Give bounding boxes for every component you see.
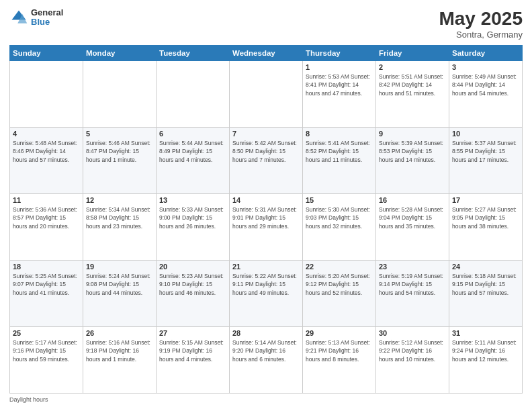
calendar-cell-w2-d6: 10Sunrise: 5:37 AM Sunset: 8:55 PM Dayli…	[449, 128, 523, 194]
day-number: 4	[13, 130, 80, 138]
day-info: Sunrise: 5:23 AM Sunset: 9:10 PM Dayligh…	[159, 272, 226, 297]
calendar-cell-w5-d6: 31Sunrise: 5:11 AM Sunset: 9:24 PM Dayli…	[449, 327, 523, 394]
calendar-cell-w3-d5: 16Sunrise: 5:28 AM Sunset: 9:04 PM Dayli…	[376, 194, 449, 261]
col-thursday: Thursday	[303, 46, 376, 61]
calendar-cell-w5-d4: 29Sunrise: 5:13 AM Sunset: 9:21 PM Dayli…	[303, 327, 376, 394]
calendar-cell-w2-d4: 8Sunrise: 5:41 AM Sunset: 8:52 PM Daylig…	[303, 128, 376, 194]
col-wednesday: Wednesday	[230, 46, 303, 61]
logo: General Blue	[9, 8, 63, 28]
logo-icon	[9, 8, 28, 27]
title-location: Sontra, Germany	[439, 30, 523, 40]
calendar-week-1: 1Sunrise: 5:53 AM Sunset: 8:41 PM Daylig…	[10, 61, 523, 128]
calendar-header-row: Sunday Monday Tuesday Wednesday Thursday…	[10, 46, 523, 61]
calendar-cell-w5-d2: 27Sunrise: 5:15 AM Sunset: 9:19 PM Dayli…	[157, 327, 230, 394]
calendar-week-5: 25Sunrise: 5:17 AM Sunset: 9:16 PM Dayli…	[10, 327, 523, 394]
calendar-cell-w2-d2: 6Sunrise: 5:44 AM Sunset: 8:49 PM Daylig…	[157, 128, 230, 194]
calendar-cell-w1-d3	[230, 61, 303, 128]
calendar-cell-w2-d0: 4Sunrise: 5:48 AM Sunset: 8:46 PM Daylig…	[10, 128, 83, 194]
day-number: 15	[306, 196, 373, 204]
day-info: Sunrise: 5:53 AM Sunset: 8:41 PM Dayligh…	[306, 73, 373, 97]
day-number: 31	[452, 329, 519, 337]
day-number: 24	[452, 263, 519, 271]
calendar-cell-w3-d0: 11Sunrise: 5:36 AM Sunset: 8:57 PM Dayli…	[10, 194, 83, 261]
day-number: 2	[379, 63, 446, 71]
day-info: Sunrise: 5:27 AM Sunset: 9:05 PM Dayligh…	[452, 205, 519, 230]
day-number: 10	[452, 130, 519, 138]
calendar-cell-w2-d5: 9Sunrise: 5:39 AM Sunset: 8:53 PM Daylig…	[376, 128, 449, 194]
day-info: Sunrise: 5:37 AM Sunset: 8:55 PM Dayligh…	[452, 139, 519, 164]
day-number: 28	[232, 329, 300, 337]
calendar-week-2: 4Sunrise: 5:48 AM Sunset: 8:46 PM Daylig…	[10, 128, 523, 194]
day-number: 5	[86, 130, 153, 138]
day-info: Sunrise: 5:51 AM Sunset: 8:42 PM Dayligh…	[379, 73, 446, 97]
day-number: 13	[159, 196, 226, 204]
day-info: Sunrise: 5:16 AM Sunset: 9:18 PM Dayligh…	[86, 338, 153, 363]
title-block: May 2025 Sontra, Germany	[439, 8, 523, 40]
header: General Blue May 2025 Sontra, Germany	[9, 8, 523, 40]
day-info: Sunrise: 5:33 AM Sunset: 9:00 PM Dayligh…	[159, 205, 226, 230]
logo-blue-text: Blue	[31, 17, 63, 27]
calendar-cell-w5-d0: 25Sunrise: 5:17 AM Sunset: 9:16 PM Dayli…	[10, 327, 83, 394]
col-monday: Monday	[83, 46, 157, 61]
day-info: Sunrise: 5:30 AM Sunset: 9:03 PM Dayligh…	[306, 205, 373, 230]
calendar-cell-w4-d1: 19Sunrise: 5:24 AM Sunset: 9:08 PM Dayli…	[83, 261, 157, 327]
day-number: 8	[306, 130, 373, 138]
day-info: Sunrise: 5:31 AM Sunset: 9:01 PM Dayligh…	[232, 205, 300, 230]
title-month: May 2025	[439, 8, 523, 30]
day-info: Sunrise: 5:20 AM Sunset: 9:12 PM Dayligh…	[306, 272, 373, 297]
logo-text: General Blue	[31, 8, 63, 28]
day-info: Sunrise: 5:14 AM Sunset: 9:20 PM Dayligh…	[232, 338, 300, 363]
calendar-cell-w5-d5: 30Sunrise: 5:12 AM Sunset: 9:22 PM Dayli…	[376, 327, 449, 394]
calendar-cell-w1-d1	[83, 61, 157, 128]
day-info: Sunrise: 5:36 AM Sunset: 8:57 PM Dayligh…	[13, 205, 80, 230]
logo-general-text: General	[31, 8, 63, 17]
day-info: Sunrise: 5:22 AM Sunset: 9:11 PM Dayligh…	[232, 272, 300, 297]
day-info: Sunrise: 5:13 AM Sunset: 9:21 PM Dayligh…	[306, 338, 373, 363]
day-number: 29	[306, 329, 373, 337]
day-number: 20	[159, 263, 226, 271]
day-info: Sunrise: 5:49 AM Sunset: 8:44 PM Dayligh…	[452, 73, 519, 97]
day-number: 27	[159, 329, 226, 337]
calendar-cell-w4-d4: 22Sunrise: 5:20 AM Sunset: 9:12 PM Dayli…	[303, 261, 376, 327]
day-info: Sunrise: 5:46 AM Sunset: 8:47 PM Dayligh…	[86, 139, 153, 164]
day-number: 22	[306, 263, 373, 271]
day-number: 19	[86, 263, 153, 271]
calendar-cell-w4-d3: 21Sunrise: 5:22 AM Sunset: 9:11 PM Dayli…	[230, 261, 303, 327]
calendar-cell-w3-d1: 12Sunrise: 5:34 AM Sunset: 8:58 PM Dayli…	[83, 194, 157, 261]
day-info: Sunrise: 5:25 AM Sunset: 9:07 PM Dayligh…	[13, 272, 80, 297]
day-info: Sunrise: 5:24 AM Sunset: 9:08 PM Dayligh…	[86, 272, 153, 297]
day-number: 6	[159, 130, 226, 138]
calendar-cell-w1-d6: 3Sunrise: 5:49 AM Sunset: 8:44 PM Daylig…	[449, 61, 523, 128]
day-number: 12	[86, 196, 153, 204]
calendar-week-4: 18Sunrise: 5:25 AM Sunset: 9:07 PM Dayli…	[10, 261, 523, 327]
footer-note: Daylight hours	[9, 396, 523, 403]
calendar-cell-w1-d2	[157, 61, 230, 128]
calendar-cell-w2-d3: 7Sunrise: 5:42 AM Sunset: 8:50 PM Daylig…	[230, 128, 303, 194]
day-number: 23	[379, 263, 446, 271]
day-number: 1	[306, 63, 373, 71]
calendar-cell-w1-d4: 1Sunrise: 5:53 AM Sunset: 8:41 PM Daylig…	[303, 61, 376, 128]
day-number: 21	[232, 263, 300, 271]
day-info: Sunrise: 5:42 AM Sunset: 8:50 PM Dayligh…	[232, 139, 300, 164]
col-sunday: Sunday	[10, 46, 83, 61]
calendar-table: Sunday Monday Tuesday Wednesday Thursday…	[9, 45, 523, 394]
calendar-cell-w1-d5: 2Sunrise: 5:51 AM Sunset: 8:42 PM Daylig…	[376, 61, 449, 128]
day-number: 11	[13, 196, 80, 204]
calendar-cell-w4-d2: 20Sunrise: 5:23 AM Sunset: 9:10 PM Dayli…	[157, 261, 230, 327]
day-info: Sunrise: 5:39 AM Sunset: 8:53 PM Dayligh…	[379, 139, 446, 164]
calendar-cell-w4-d5: 23Sunrise: 5:19 AM Sunset: 9:14 PM Dayli…	[376, 261, 449, 327]
day-number: 30	[379, 329, 446, 337]
day-number: 3	[452, 63, 519, 71]
day-number: 7	[232, 130, 300, 138]
day-number: 9	[379, 130, 446, 138]
day-number: 17	[452, 196, 519, 204]
col-friday: Friday	[376, 46, 449, 61]
day-info: Sunrise: 5:28 AM Sunset: 9:04 PM Dayligh…	[379, 205, 446, 230]
day-info: Sunrise: 5:41 AM Sunset: 8:52 PM Dayligh…	[306, 139, 373, 164]
page: General Blue May 2025 Sontra, Germany Su…	[0, 0, 532, 411]
calendar-cell-w3-d6: 17Sunrise: 5:27 AM Sunset: 9:05 PM Dayli…	[449, 194, 523, 261]
day-number: 14	[232, 196, 300, 204]
day-number: 26	[86, 329, 153, 337]
day-info: Sunrise: 5:12 AM Sunset: 9:22 PM Dayligh…	[379, 338, 446, 363]
calendar-week-3: 11Sunrise: 5:36 AM Sunset: 8:57 PM Dayli…	[10, 194, 523, 261]
